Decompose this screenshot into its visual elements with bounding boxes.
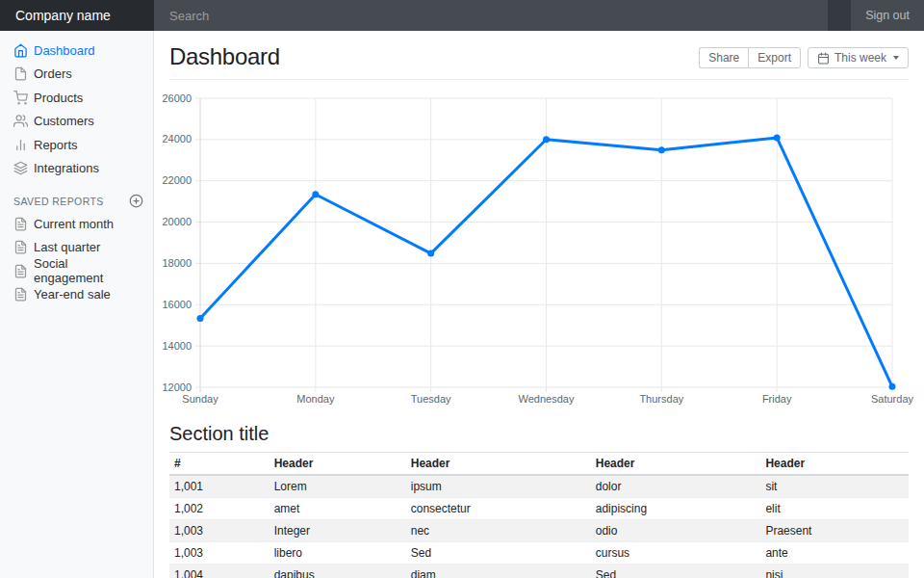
sidebar-item-label: Integrations: [34, 161, 99, 175]
bar-chart-icon: [13, 138, 28, 152]
svg-text:Thursday: Thursday: [639, 393, 683, 405]
sign-out-link[interactable]: Sign out: [851, 0, 924, 31]
sidebar-item-label: Products: [34, 91, 83, 105]
table-cell: ante: [760, 542, 909, 565]
sidebar-item-customers[interactable]: Customers: [0, 110, 153, 134]
table-cell: Integer: [270, 520, 406, 542]
table-cell: amet: [270, 498, 406, 520]
sidebar-item-integrations[interactable]: Integrations: [0, 157, 153, 181]
table-cell: odio: [591, 520, 761, 542]
toolbar: Share Export This week: [699, 47, 909, 70]
table-cell: Sed: [591, 565, 761, 578]
sidebar-item-label: Dashboard: [34, 43, 95, 58]
table-cell: ipsum: [406, 475, 591, 498]
svg-text:18000: 18000: [162, 257, 192, 269]
table-cell: diam: [406, 565, 591, 578]
share-button[interactable]: Share: [699, 47, 748, 68]
main-content: Dashboard Share Export This week 1200014…: [154, 0, 924, 578]
table-cell: elit: [760, 498, 909, 520]
table-cell: nisi: [760, 565, 909, 578]
table-header-cell: #: [169, 453, 270, 476]
svg-text:Saturday: Saturday: [871, 393, 914, 405]
table-cell: 1,001: [169, 475, 270, 498]
table-header-cell: Header: [406, 453, 591, 476]
table-header-cell: Header: [270, 453, 406, 476]
svg-text:14000: 14000: [162, 340, 192, 352]
svg-text:Tuesday: Tuesday: [411, 393, 451, 405]
svg-text:20000: 20000: [162, 216, 192, 227]
file-text-icon: [13, 240, 28, 254]
svg-text:12000: 12000: [162, 381, 192, 393]
table-cell: nec: [406, 520, 591, 542]
table-cell: 1,002: [169, 498, 270, 520]
saved-reports-heading-label: Saved reports: [13, 196, 104, 207]
sidebar-item-reports[interactable]: Reports: [0, 133, 153, 157]
file-text-icon: [13, 287, 28, 302]
table-header-row: # Header Header Header Header: [169, 453, 909, 476]
svg-text:22000: 22000: [162, 174, 192, 186]
share-export-group: Share Export: [699, 47, 801, 68]
table-row: 1,002 amet consectetur adipiscing elit: [169, 498, 909, 520]
period-label: This week: [834, 51, 886, 65]
sales-chart: 1200014000160001800020000220002400026000…: [169, 88, 909, 411]
sidebar-item-label: Last quarter: [34, 240, 100, 254]
section-title: Section title: [169, 423, 909, 445]
table-cell: adipiscing: [591, 498, 761, 520]
saved-reports-heading: Saved reports: [0, 194, 153, 208]
period-dropdown-button[interactable]: This week: [808, 47, 909, 68]
search-input[interactable]: [154, 0, 828, 31]
sidebar-item-label: Current month: [34, 217, 114, 231]
table-row: 1,004 dapibus diam Sed nisi: [169, 565, 909, 578]
table-row: 1,001 Lorem ipsum dolor sit: [169, 475, 909, 498]
sidebar-item-label: Year-end sale: [34, 287, 111, 302]
table-cell: 1,003: [169, 520, 270, 542]
table-cell: cursus: [591, 542, 761, 565]
sidebar-item-products[interactable]: Products: [0, 86, 153, 110]
svg-text:16000: 16000: [162, 299, 192, 310]
table-cell: Sed: [406, 542, 591, 565]
cart-icon: [13, 91, 28, 105]
navbar-right: Sign out: [851, 0, 924, 31]
table-row: 1,003 libero Sed cursus ante: [169, 542, 909, 565]
table-cell: dapibus: [270, 565, 406, 578]
sidebar-item-label: Orders: [34, 66, 72, 81]
svg-text:Wednesday: Wednesday: [519, 393, 575, 405]
home-icon: [13, 43, 28, 58]
table-row: 1,003 Integer nec odio Praesent: [169, 520, 909, 542]
sidebar-item-label: Reports: [34, 138, 78, 152]
caret-down-icon: [893, 56, 899, 60]
top-navbar: Company name Sign out: [0, 0, 924, 31]
data-table: # Header Header Header Header 1,001 Lore…: [169, 452, 909, 578]
svg-text:24000: 24000: [162, 133, 192, 144]
sidebar-item-label: Customers: [34, 114, 94, 128]
table-cell: Lorem: [270, 475, 406, 498]
sidebar-item-orders[interactable]: Orders: [0, 63, 153, 87]
sidebar-item-social-engagement[interactable]: Social engagement: [0, 259, 153, 283]
brand-link[interactable]: Company name: [0, 0, 154, 31]
plus-circle-icon[interactable]: [129, 194, 143, 208]
sidebar-item-year-end-sale[interactable]: Year-end sale: [0, 283, 153, 307]
svg-text:Friday: Friday: [762, 393, 792, 405]
table-cell: 1,003: [169, 542, 270, 565]
sidebar-item-dashboard[interactable]: Dashboard: [0, 39, 153, 63]
page-header: Dashboard Share Export This week: [169, 31, 909, 80]
table-cell: sit: [760, 475, 909, 498]
table-cell: consectetur: [406, 498, 591, 520]
svg-text:26000: 26000: [162, 92, 192, 104]
chart-container: 1200014000160001800020000220002400026000…: [169, 88, 909, 411]
table-cell: Praesent: [760, 520, 909, 542]
table-header-cell: Header: [591, 453, 761, 476]
sidebar-item-label: Social engagement: [34, 256, 140, 285]
svg-text:Monday: Monday: [296, 393, 335, 405]
sidebar-item-current-month[interactable]: Current month: [0, 212, 153, 236]
table-cell: 1,004: [169, 565, 270, 578]
svg-text:Sunday: Sunday: [182, 393, 218, 405]
table-cell: libero: [270, 542, 406, 565]
page-title: Dashboard: [169, 43, 280, 70]
file-icon: [13, 66, 28, 81]
file-text-icon: [13, 264, 28, 278]
export-button[interactable]: Export: [748, 47, 801, 68]
users-icon: [13, 114, 28, 128]
file-text-icon: [13, 217, 28, 231]
layers-icon: [13, 161, 28, 175]
